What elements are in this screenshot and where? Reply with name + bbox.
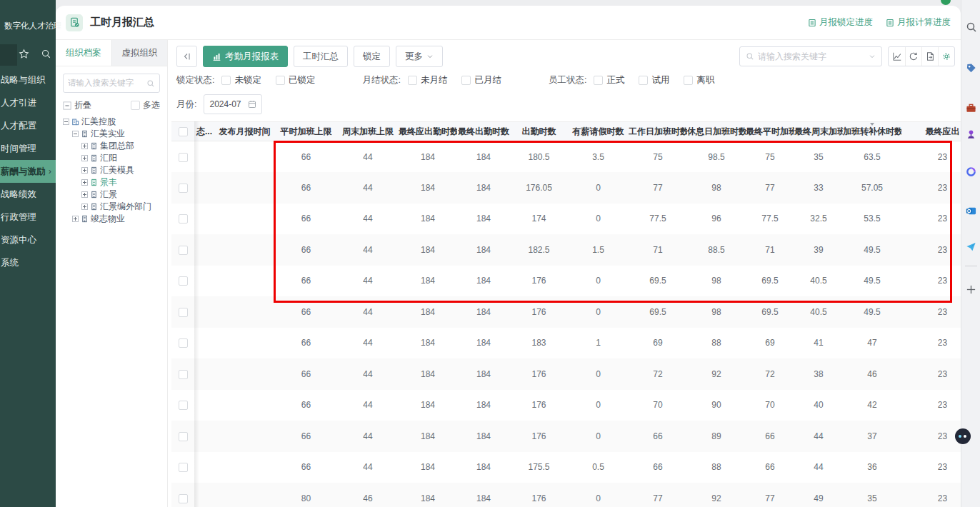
tree-node-8[interactable]: 竣志物业: [56, 213, 167, 225]
outlook-icon[interactable]: [961, 203, 980, 219]
row-checkbox[interactable]: [179, 214, 188, 224]
table-body: 6644184184180.53.57598.5753563.523664418…: [171, 141, 961, 507]
more-button[interactable]: 更多: [396, 46, 443, 67]
cell-1-4: 176.05: [510, 172, 568, 204]
favorite-star-icon[interactable]: [19, 49, 29, 62]
row-checkbox[interactable]: [179, 338, 188, 348]
org-search-input[interactable]: 请输入搜索关键字: [63, 74, 160, 93]
tag-icon[interactable]: [961, 60, 980, 76]
cell-8-7: 90: [687, 390, 746, 421]
row-checkbox[interactable]: [179, 276, 188, 286]
attendance-monthly-report-button[interactable]: 考勤月报报表: [203, 46, 288, 67]
tree-node-4[interactable]: 汇美模具: [56, 164, 167, 176]
swirl-icon[interactable]: [961, 164, 980, 179]
joystick-icon[interactable]: [961, 126, 980, 142]
cell-3-1: 44: [337, 234, 399, 266]
tab-org-archive[interactable]: 组织档案: [56, 40, 111, 66]
row-checkbox[interactable]: [179, 432, 188, 441]
cell-5-5: 0: [568, 296, 629, 328]
tree-node-0[interactable]: 汇美控股: [56, 116, 167, 128]
tree-node-3[interactable]: 汇阳: [56, 152, 167, 164]
chevron-down-icon: [426, 53, 434, 60]
row-checkbox[interactable]: [179, 494, 188, 503]
filter-checkbox[interactable]: [684, 76, 693, 85]
sidebar-search-icon[interactable]: [41, 49, 51, 62]
report-calc-progress-link[interactable]: 月报计算进度: [886, 16, 951, 29]
expand-icon[interactable]: [81, 167, 88, 174]
fold-icon[interactable]: [63, 101, 71, 110]
expand-icon[interactable]: [81, 155, 88, 161]
expand-icon[interactable]: [81, 143, 88, 149]
filter-checkbox[interactable]: [461, 76, 471, 85]
tree-node-2[interactable]: 集团总部: [56, 140, 167, 152]
row-checkbox[interactable]: [179, 153, 188, 162]
attendance-monthly-report-label: 考勤月报报表: [225, 51, 279, 63]
hours-summary-button[interactable]: 工时汇总: [294, 46, 348, 67]
briefcase-icon[interactable]: [961, 100, 980, 116]
lock-button[interactable]: 锁定: [354, 46, 390, 67]
cell-8-11: 23: [901, 390, 961, 421]
collapse-icon[interactable]: [72, 131, 79, 137]
add-button[interactable]: [961, 281, 980, 297]
expand-icon[interactable]: [81, 204, 88, 210]
cell-2-11: 23: [901, 204, 961, 235]
collapse-tree-button[interactable]: [176, 46, 197, 67]
select-all-checkbox[interactable]: [179, 127, 188, 136]
filter-checkbox[interactable]: [221, 76, 231, 85]
cell-4-3: 184: [457, 266, 510, 297]
sidebar-item-2[interactable]: 人才配置: [0, 114, 56, 137]
trend-chart-button[interactable]: [889, 47, 905, 66]
row-checkbox[interactable]: [179, 308, 188, 317]
sidebar-item-7[interactable]: 资源中心: [0, 229, 56, 251]
empty-cell: [214, 204, 275, 235]
cell-11-1: 46: [337, 483, 399, 507]
filter-checkbox[interactable]: [594, 76, 603, 85]
table-search-input[interactable]: 请输入搜索关键字: [739, 46, 882, 66]
multiselect-checkbox[interactable]: [131, 101, 140, 110]
filter-checkbox[interactable]: [639, 76, 648, 85]
collapse-left-icon: [182, 51, 192, 61]
cell-6-0: 66: [275, 328, 337, 359]
refresh-button[interactable]: [905, 47, 921, 66]
tree-node-6[interactable]: 汇景: [56, 189, 167, 201]
export-button[interactable]: [921, 47, 938, 66]
floating-assistant-button[interactable]: [955, 428, 971, 444]
sidebar-item-0[interactable]: 战略与组织: [0, 69, 56, 91]
month-row: 月份: 2024-07: [176, 94, 262, 114]
row-checkbox[interactable]: [179, 370, 188, 379]
content-card: 工时月报汇总 月报锁定进度 月报计算进度 组织档案 虚拟组织 请输入搜索关键字: [56, 6, 961, 507]
tree-node-1[interactable]: 汇美实业: [56, 128, 167, 140]
collapse-icon[interactable]: [63, 119, 69, 125]
report-lock-progress-link[interactable]: 月报锁定进度: [808, 16, 873, 29]
cell-8-2: 184: [399, 390, 457, 421]
sidebar-item-6[interactable]: 行政管理: [0, 206, 56, 229]
table-row-1: 6644184184176.0507798773357.0523: [171, 172, 961, 204]
table-row-2: 6644184184174077.59677.532.553.523: [171, 204, 961, 235]
row-checkbox[interactable]: [179, 246, 188, 255]
row-checkbox[interactable]: [179, 463, 188, 472]
expand-icon[interactable]: [72, 216, 79, 222]
chevron-right-icon: ›: [49, 160, 51, 183]
expand-icon[interactable]: [81, 191, 88, 198]
settings-button[interactable]: [938, 47, 954, 66]
cell-9-6: 66: [629, 421, 687, 452]
tree-node-7[interactable]: 汇景编外部门: [56, 201, 167, 213]
tree-node-5[interactable]: 景丰: [56, 176, 167, 189]
month-picker[interactable]: 2024-07: [204, 94, 262, 114]
cell-3-8: 71: [746, 234, 794, 266]
sidebar-item-1[interactable]: 人才引进: [0, 91, 56, 114]
sidebar-item-8[interactable]: 系统: [0, 251, 56, 274]
filter-checkbox[interactable]: [276, 76, 285, 85]
paperplane-icon[interactable]: [961, 239, 980, 254]
row-checkbox[interactable]: [179, 401, 188, 410]
search-icon[interactable]: [961, 19, 980, 35]
header-label: 最终出勤时数: [458, 126, 509, 136]
filter-checkbox[interactable]: [408, 76, 417, 85]
expand-icon[interactable]: [81, 179, 88, 186]
sidebar-item-4[interactable]: 薪酬与激励›: [0, 160, 56, 183]
sidebar-item-3[interactable]: 时间管理: [0, 137, 56, 160]
sidebar-item-5[interactable]: 战略绩效: [0, 183, 56, 206]
tab-virtual-org[interactable]: 虚拟组织: [111, 40, 168, 66]
sort-caret-icon[interactable]: [870, 123, 874, 126]
row-checkbox[interactable]: [179, 184, 188, 193]
